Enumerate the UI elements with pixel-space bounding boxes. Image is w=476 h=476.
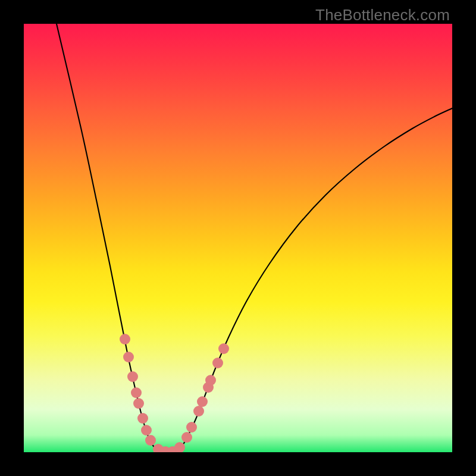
marker-group xyxy=(120,334,229,452)
data-marker xyxy=(186,422,197,433)
data-marker xyxy=(205,375,216,386)
chart-container: TheBottleneck.com xyxy=(0,0,476,476)
data-marker xyxy=(197,396,208,407)
curve-svg xyxy=(24,24,452,452)
data-marker xyxy=(141,425,152,436)
data-marker xyxy=(133,398,144,409)
data-marker xyxy=(193,406,204,416)
data-marker xyxy=(127,371,138,382)
data-marker xyxy=(137,413,148,424)
data-marker xyxy=(120,334,130,345)
watermark-text: TheBottleneck.com xyxy=(315,6,450,24)
data-marker xyxy=(181,432,192,443)
data-marker xyxy=(145,435,156,446)
plot-area xyxy=(24,24,452,452)
data-marker xyxy=(123,352,134,362)
curve-right-ascent xyxy=(175,108,452,452)
data-marker xyxy=(212,358,223,368)
data-marker xyxy=(131,387,142,398)
curve-left-descent xyxy=(57,24,161,452)
data-marker xyxy=(218,343,229,354)
